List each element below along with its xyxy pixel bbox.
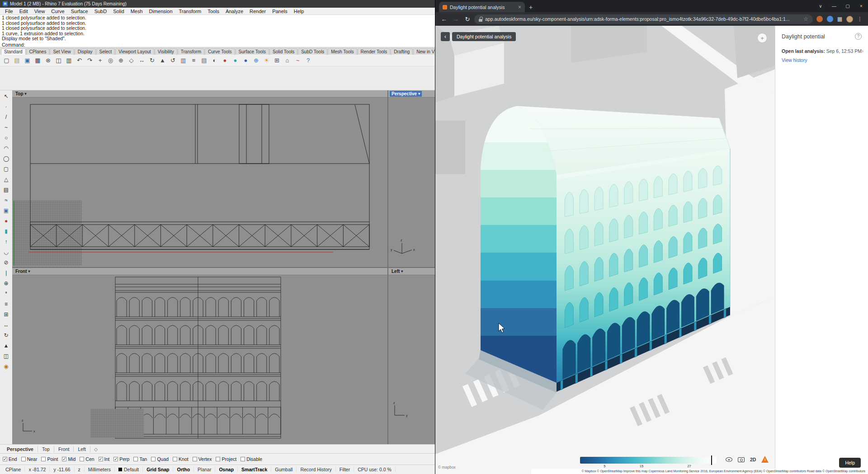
viewport-front-label[interactable]: Front▾: [14, 268, 32, 274]
undo-view-icon[interactable]: ↺: [168, 56, 178, 65]
viewport-tab-front[interactable]: Front: [54, 446, 74, 452]
zoom-icon[interactable]: ◎: [106, 56, 115, 65]
rhino-command-prompt[interactable]: Command:: [2, 42, 433, 48]
sun-study-icon[interactable]: ☀: [262, 56, 271, 65]
view-history-link[interactable]: View history: [782, 57, 862, 63]
viewport-tab-left[interactable]: Left: [74, 446, 90, 452]
back-button[interactable]: ←: [439, 16, 449, 23]
status-toggle-gumball[interactable]: Gumball: [271, 467, 297, 472]
trim-tool-icon[interactable]: ⊘: [1, 258, 11, 268]
osnap-checkbox-tan[interactable]: [133, 457, 138, 461]
osnap-checkbox-near[interactable]: [21, 457, 26, 461]
toolbar-tab-surface-tools[interactable]: Surface Tools: [236, 48, 269, 55]
status-units[interactable]: Millimeters: [85, 467, 115, 472]
status-toggle-ortho[interactable]: Ortho: [173, 467, 194, 472]
osnap-checkbox-mid[interactable]: ✓: [62, 457, 66, 461]
gumball-tool-icon[interactable]: ◉: [1, 361, 11, 371]
point-tool-icon[interactable]: ∙: [1, 102, 11, 112]
menu-analyze[interactable]: Analyze: [222, 9, 246, 14]
arc-tool-icon[interactable]: ◠: [1, 143, 11, 153]
warning-triangle-icon[interactable]: [761, 456, 769, 463]
viewport-perspective-label[interactable]: Perspective▾: [390, 91, 422, 97]
rhino-command-area[interactable]: 1 closed polysurface added to selection.…: [0, 15, 435, 47]
osnap-checkbox-vertex[interactable]: [193, 457, 197, 461]
toolbar-tab-standard[interactable]: Standard: [1, 48, 26, 55]
osnap-project[interactable]: Project: [216, 456, 236, 462]
toolbar-tab-viewport-layout[interactable]: Viewport Layout: [115, 48, 154, 55]
menu-curve[interactable]: Curve: [48, 9, 67, 14]
environment-sphere-icon[interactable]: ●: [241, 56, 250, 65]
viewport-tab-top[interactable]: Top: [38, 446, 54, 452]
move-icon[interactable]: ↔: [137, 56, 146, 65]
extension-icon-1[interactable]: [816, 16, 823, 22]
status-toggle-smarttrack[interactable]: SmartTrack: [238, 467, 271, 472]
extensions-icon[interactable]: ▦: [837, 16, 842, 22]
address-bar[interactable]: app.autodeskforma.eu/sky-component-analy…: [474, 14, 813, 24]
url-text[interactable]: app.autodeskforma.eu/sky-component-analy…: [485, 16, 801, 22]
legend-threshold-marker[interactable]: [711, 455, 712, 465]
cut-icon[interactable]: ⊗: [43, 56, 53, 65]
tab-search-icon[interactable]: ∨: [814, 0, 827, 12]
toolbar-tab-cplanes[interactable]: CPlanes: [26, 48, 50, 55]
toolbar-tab-display[interactable]: Display: [75, 48, 96, 55]
profile-avatar[interactable]: [846, 16, 853, 23]
menu-tools[interactable]: Tools: [204, 9, 222, 14]
save-icon[interactable]: ▣: [23, 56, 32, 65]
extension-icon-2[interactable]: [827, 16, 833, 22]
viewport-tab-perspective[interactable]: Perspective: [3, 446, 38, 452]
minimize-button[interactable]: —: [827, 0, 841, 12]
panel-help-icon[interactable]: ?: [855, 33, 862, 40]
viewport-new-tab-button[interactable]: ◇: [90, 446, 101, 452]
properties-icon[interactable]: ▤: [199, 56, 209, 65]
viewport-front[interactable]: Front▾: [12, 268, 387, 444]
menu-render[interactable]: Render: [246, 9, 269, 14]
forward-button[interactable]: →: [451, 16, 461, 23]
menu-transform[interactable]: Transform: [176, 9, 205, 14]
menu-surface[interactable]: Surface: [68, 9, 91, 14]
cplane-icon[interactable]: ⌂: [283, 56, 292, 65]
map-compass-control[interactable]: +: [757, 33, 767, 43]
ellipse-tool-icon[interactable]: ◯: [1, 154, 11, 164]
osnap-perp[interactable]: ✓Perp: [113, 456, 129, 462]
extrude-tool-icon[interactable]: ↑: [1, 237, 11, 247]
osnap-checkbox-project[interactable]: [216, 457, 220, 461]
menu-solid[interactable]: Solid: [110, 9, 127, 14]
osnap-checkbox-end[interactable]: ✓: [3, 457, 7, 461]
polyline-tool-icon[interactable]: /: [1, 112, 11, 122]
move-tool-icon[interactable]: ↔: [1, 320, 11, 330]
sphere-tool-icon[interactable]: ●: [1, 216, 11, 226]
osnap-int[interactable]: ✓Int: [99, 456, 110, 462]
toggle-2d-button[interactable]: 2D: [750, 457, 756, 462]
toolbar-tab-render-tools[interactable]: Render Tools: [358, 48, 391, 55]
visibility-eye-icon[interactable]: [726, 456, 732, 463]
help-icon[interactable]: ?: [303, 56, 313, 65]
reload-button[interactable]: ↻: [462, 16, 472, 23]
named-view-icon[interactable]: ▥: [179, 56, 188, 65]
status-toggle-planar[interactable]: Planar: [194, 467, 215, 472]
viewport-top-label[interactable]: Top▾: [14, 91, 28, 97]
toolbar-tab-visibility[interactable]: Visibility: [155, 48, 177, 55]
zoom-extents-icon[interactable]: ⊕: [116, 56, 126, 65]
browser-menu-icon[interactable]: ⋮: [857, 16, 863, 22]
scale-icon[interactable]: ▲: [158, 56, 167, 65]
osnap-near[interactable]: Near: [21, 456, 38, 462]
open-file-icon[interactable]: ▤: [12, 56, 22, 65]
array-tool-icon[interactable]: ⊞: [1, 310, 11, 319]
split-tool-icon[interactable]: ∣: [1, 268, 11, 278]
toolbar-tab-subd-tools[interactable]: SubD Tools: [298, 48, 327, 55]
browser-tab[interactable]: Daylight potential analysis ×: [439, 2, 525, 12]
layer-icon[interactable]: ≡: [189, 56, 198, 65]
copy-icon[interactable]: ◫: [54, 56, 63, 65]
toolbar-tab-set-view[interactable]: Set View: [50, 48, 74, 55]
viewport-top-canvas[interactable]: [12, 98, 387, 267]
osnap-end[interactable]: ✓End: [3, 456, 17, 462]
join-tool-icon[interactable]: ⊕: [1, 278, 11, 288]
new-file-icon[interactable]: ▢: [2, 56, 11, 65]
osnap-checkbox-cen[interactable]: [80, 457, 84, 461]
toolbar-tab-select[interactable]: Select: [96, 48, 115, 55]
pointer-tool-icon[interactable]: ↖: [1, 91, 11, 101]
scale-tool-icon[interactable]: ▲: [1, 341, 11, 351]
redo-icon[interactable]: ↷: [85, 56, 94, 65]
rotate-icon[interactable]: ↻: [147, 56, 157, 65]
osnap-checkbox-quad[interactable]: [151, 457, 156, 461]
